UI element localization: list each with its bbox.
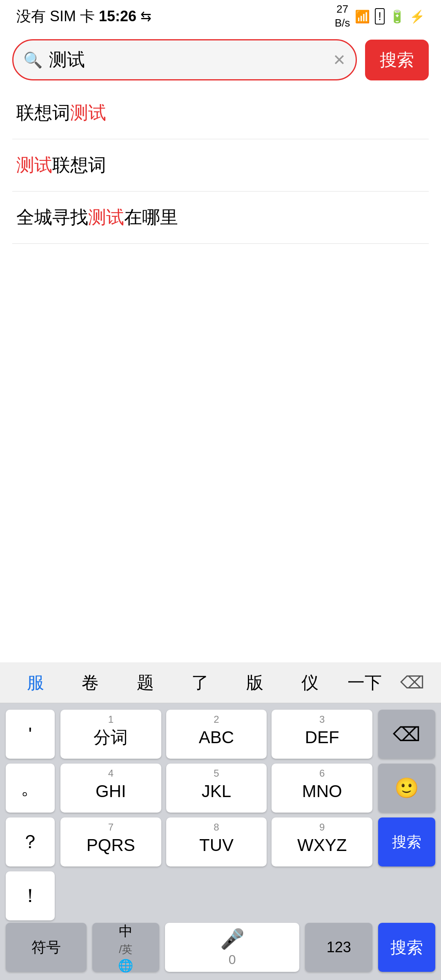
search-input[interactable]: 测试 [49, 48, 326, 72]
punctuation-column: ' 。 ？ ！ [6, 710, 55, 920]
main-keyboard-grid: 1 分词 2 ABC 3 DEF 4 GHI 5 [60, 710, 372, 920]
battery-icon: 🔋 [390, 9, 405, 24]
suggestion-3-suffix: 在哪里 [124, 207, 178, 227]
data-speed: 27B/s [335, 2, 350, 30]
punct-key-apostrophe[interactable]: ' [6, 710, 55, 759]
suggestion-item-2[interactable]: 测试联想词 [12, 139, 429, 192]
clear-icon[interactable]: ✕ [333, 51, 346, 69]
key-abc[interactable]: 2 ABC [166, 710, 267, 759]
backspace-key[interactable]: ⌫ [378, 710, 435, 759]
key-wxyz[interactable]: 9 WXYZ [272, 817, 372, 866]
action-column: ⌫ 🙂 搜索 [378, 710, 435, 920]
globe-icon: 🌐 [118, 958, 133, 973]
keyboard-search-key[interactable]: 搜索 [378, 923, 435, 972]
suggestion-1-highlight: 测试 [70, 102, 106, 122]
charge-icon: ⚡ [410, 9, 425, 24]
key-def[interactable]: 3 DEF [272, 710, 372, 759]
mic-icon: 🎤 [220, 928, 245, 951]
suggestion-2-highlight: 测试 [16, 155, 52, 175]
wifi-icon: 📶 [355, 9, 370, 24]
candidate-item-3[interactable]: 了 [173, 667, 227, 698]
key-ghi[interactable]: 4 GHI [60, 764, 161, 813]
suggestion-1-prefix: 联想词 [16, 102, 70, 122]
candidate-item-5[interactable]: 仪 [282, 667, 337, 698]
punct-key-period[interactable]: 。 [6, 764, 55, 813]
candidate-item-0[interactable]: 服 [8, 667, 63, 698]
status-bar: 没有 SIM 卡 15:26 ⇆ 27B/s 📶 ! 🔋 ⚡ [0, 0, 441, 33]
punct-key-exclaim[interactable]: ！ [6, 871, 55, 920]
key-mno[interactable]: 6 MNO [272, 764, 372, 813]
space-number: 0 [229, 952, 236, 967]
keyboard-search-label: 搜索 [390, 936, 423, 959]
warning-icon: ! [375, 8, 385, 24]
bluetooth-icon: ⇆ [140, 9, 151, 24]
keyboard-area: 服 卷 题 了 版 仪 一下 ⌫ ' 。 ？ ！ 1 分词 2 [0, 662, 441, 980]
search-input-wrapper[interactable]: 🔍 测试 ✕ [12, 39, 357, 80]
numpad-label: 123 [327, 939, 351, 956]
emoji-key[interactable]: 🙂 [378, 764, 435, 813]
lang-switch-key[interactable]: 中 /英 🌐 [92, 923, 160, 972]
candidate-item-2[interactable]: 题 [118, 667, 173, 698]
space-key[interactable]: 🎤 0 [165, 923, 299, 972]
suggestion-item-1[interactable]: 联想词测试 [12, 87, 429, 139]
suggestion-item-3[interactable]: 全城寻找测试在哪里 [12, 192, 429, 244]
suggestions-list: 联想词测试 测试联想词 全城寻找测试在哪里 [0, 87, 441, 244]
suggestion-3-prefix: 全城寻找 [16, 207, 88, 227]
time-text: 15:26 [99, 8, 136, 25]
key-fenci[interactable]: 1 分词 [60, 710, 161, 759]
key-tuv[interactable]: 8 TUV [166, 817, 267, 866]
suggestion-3-highlight: 测试 [88, 207, 124, 227]
suggestion-2-suffix: 联想词 [52, 155, 106, 175]
punct-key-question[interactable]: ？ [6, 817, 55, 866]
search-bar-container: 🔍 测试 ✕ 搜索 [0, 33, 441, 87]
candidate-item-4[interactable]: 版 [227, 667, 282, 698]
search-button[interactable]: 搜索 [365, 40, 429, 80]
search-enter-key[interactable]: 搜索 [378, 817, 435, 866]
symbol-label: 符号 [31, 938, 61, 958]
candidate-item-1[interactable]: 卷 [63, 667, 118, 698]
carrier-text: 没有 SIM 卡 [16, 7, 95, 27]
candidate-delete-button[interactable]: ⌫ [392, 673, 433, 693]
search-icon: 🔍 [23, 51, 42, 69]
candidate-bar: 服 卷 题 了 版 仪 一下 ⌫ [0, 662, 441, 703]
symbol-key[interactable]: 符号 [6, 923, 87, 972]
key-jkl[interactable]: 5 JKL [166, 764, 267, 813]
key-pqrs[interactable]: 7 PQRS [60, 817, 161, 866]
numpad-key[interactable]: 123 [305, 923, 372, 972]
lang-sub: /英 [119, 942, 132, 957]
lang-label: 中 [119, 922, 133, 941]
candidate-item-6[interactable]: 一下 [337, 667, 392, 698]
